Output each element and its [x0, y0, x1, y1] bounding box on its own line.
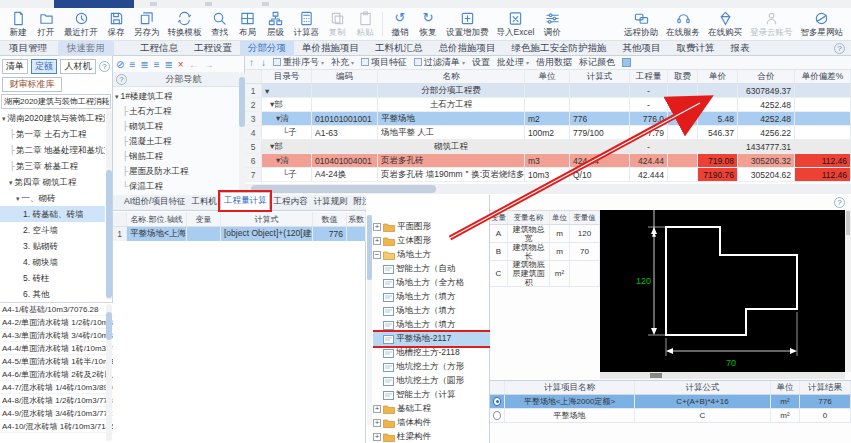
component-folder[interactable]: 基础工程 — [373, 402, 490, 416]
adjust-price-button[interactable]: 调价 — [538, 8, 566, 41]
mode-button-dinge[interactable]: 定额 — [31, 59, 57, 74]
fee-settings-button[interactable]: 设置增加费 — [442, 8, 493, 41]
expand-icon[interactable] — [373, 419, 381, 427]
cell-variable-value[interactable]: 120 — [570, 225, 600, 242]
convert-template-button[interactable]: 转换模板 — [164, 8, 206, 41]
tree-item-chapter3[interactable]: 第三章 桩基工程 — [0, 158, 105, 174]
component-folder[interactable]: 柱梁构件 — [373, 430, 490, 443]
component-item[interactable]: 智能土方（计算 — [373, 388, 490, 402]
cell-variable-value[interactable] — [570, 261, 600, 286]
component-item[interactable]: 地坑挖土方（圆形 — [373, 374, 490, 388]
mode-button-rencaiji[interactable]: 人材机 — [60, 59, 96, 74]
component-item-selected[interactable]: 平整场地-2117 — [373, 332, 490, 346]
feature-button[interactable]: 项目特征 — [361, 56, 407, 69]
scrollbar-thumb[interactable] — [251, 185, 436, 193]
tab-green-safety[interactable]: 绿色施工安全防护措施 — [504, 41, 615, 56]
horizontal-scrollbar[interactable] — [245, 184, 851, 194]
tab-labor-material[interactable]: 工料机 — [188, 194, 220, 210]
scrollbar[interactable] — [600, 372, 845, 379]
variable-row[interactable]: C 建筑物底层建筑面积 m² — [490, 261, 600, 287]
expand-icon[interactable] — [373, 433, 381, 441]
scrollbar-thumb[interactable] — [106, 170, 112, 298]
table-row[interactable]: 5 ▾部 砌筑工程 - 1434777.31 — [245, 140, 851, 154]
back-arrow-icon[interactable]: ← — [189, 59, 199, 70]
list-icon[interactable]: ≡ — [129, 59, 135, 70]
column-header[interactable]: 变量 — [187, 212, 221, 226]
standard-dropdown[interactable]: 湖南2020建筑与装饰工程消耗量标准▾ — [1, 94, 111, 109]
tree-item-section[interactable]: 一、砌砖 — [0, 190, 105, 206]
column-header[interactable]: 合价 — [738, 70, 795, 83]
component-item[interactable]: 地槽挖土方-2118 — [373, 346, 490, 360]
radio-selected-icon[interactable] — [493, 397, 501, 406]
tab-calc-rules[interactable]: 计算规则 — [310, 194, 350, 210]
table-row[interactable]: 2 ▾部 土石方工程 - 4252.48 — [245, 98, 851, 112]
tab-project-settings[interactable]: 工程设置 — [186, 41, 240, 56]
nav-tree-item[interactable]: 砌筑工程 — [113, 119, 239, 134]
redo-button[interactable]: ↻恢复 — [414, 8, 442, 41]
forward-arrow-icon[interactable]: → — [204, 59, 214, 70]
column-header[interactable]: 目录号 — [262, 70, 312, 83]
help-icon[interactable]: ? — [116, 74, 127, 85]
website-button[interactable]: 智多星网站 — [797, 8, 848, 41]
quota-list-item[interactable]: A4-3/单面清水砖墙 3/4砖/10m3/8046 — [0, 329, 113, 342]
component-item[interactable]: 场地土方（全方格 — [373, 276, 490, 290]
list-expand-icon[interactable]: ≣ — [140, 59, 148, 70]
table-row[interactable]: 1 ▾ 分部分项工程费 - 6307849.37 — [245, 84, 851, 98]
list-collapse-icon[interactable]: ≡ — [154, 59, 160, 70]
component-item[interactable]: 场地土方（填方 — [373, 290, 490, 304]
undo-button[interactable]: ↺撤销 — [386, 8, 414, 41]
column-header[interactable]: 名称.部位.轴线 — [127, 212, 187, 226]
close-icon[interactable]: × — [178, 59, 184, 70]
tab-quick-apply[interactable]: 快速套用 — [58, 41, 114, 56]
column-header[interactable]: 单价 — [698, 70, 738, 83]
tab-project-info[interactable]: 工程信息 — [132, 41, 186, 56]
component-folder[interactable]: 平面图形 — [373, 220, 490, 234]
save-button[interactable]: 保存 — [102, 8, 130, 41]
tree-item[interactable]: 2. 空斗墙 — [0, 222, 105, 238]
help-icon[interactable]: ? — [99, 61, 110, 72]
import-excel-button[interactable]: 导入Excel — [493, 8, 539, 41]
nav-tree-item[interactable]: 混凝土工程 — [113, 134, 239, 149]
component-item[interactable]: 智能土方（自动 — [373, 262, 490, 276]
quota-list-item[interactable]: A4-6/单面清水砖墙 2砖及2砖以上/10 — [0, 368, 113, 381]
expand-icon[interactable] — [373, 223, 381, 231]
online-service-button[interactable]: 在线服务 — [662, 8, 704, 41]
tree-item-chapter4[interactable]: 第四章 砌筑工程 — [0, 174, 105, 190]
scrollbar-thumb[interactable] — [106, 312, 112, 340]
column-header[interactable]: 计算式 — [221, 212, 313, 226]
cell-variable-value[interactable]: 70 — [570, 243, 600, 260]
remote-assist-button[interactable]: 远程协助 — [620, 8, 662, 41]
table-row-selected[interactable]: 3 ▾清 010101001001 平整场地 m2 776 776.0 5.48… — [245, 112, 851, 126]
tree-item[interactable]: 6. 其他 — [0, 286, 105, 300]
component-item[interactable]: 场地土方（填方 — [373, 304, 490, 318]
scrollbar[interactable] — [106, 304, 112, 441]
tree-item-root[interactable]: 湖南2020建筑与装饰工程消耗量标准 — [0, 110, 105, 126]
settings-button[interactable]: 设置 — [472, 56, 490, 69]
component-folder[interactable]: 墙体构件 — [373, 416, 490, 430]
recent-open-button[interactable]: 最近打开 — [60, 8, 102, 41]
tree-item-brick-foundation[interactable]: 1. 砖基础、砖墙 — [0, 206, 105, 222]
open-button[interactable]: 打开 — [32, 8, 60, 41]
help-icon[interactable]: ? — [834, 197, 845, 208]
tree-item-chapter1[interactable]: 第一章 土石方工程 — [0, 126, 105, 142]
move-down-button[interactable]: ↓ — [261, 57, 266, 68]
batch-button[interactable]: 批处理 — [497, 56, 529, 69]
quota-list-item[interactable]: A4-9/混水砖墙 3/4砖/10m3/7721.18 — [0, 407, 113, 420]
save-as-button[interactable]: 另存为 — [130, 8, 164, 41]
result-row[interactable]: 平整场地 C m² 0 — [490, 409, 851, 423]
nav-tree-item[interactable]: 屋面及防水工程 — [113, 164, 239, 179]
scrollbar[interactable] — [106, 110, 112, 300]
expand-icon[interactable] — [373, 237, 381, 245]
mode-button-qingdan[interactable]: 清单 — [2, 59, 28, 74]
audit-library-button[interactable]: 财审标准库 — [2, 77, 62, 92]
layout-button[interactable]: 布局 — [234, 8, 262, 41]
tree-item[interactable]: 4. 砌块墙 — [0, 254, 105, 270]
result-row-selected[interactable]: 平整场地<上海2000定额> C+(A+B)*4+16 m² 776 — [490, 395, 851, 409]
component-folder-open[interactable]: 场地土方 — [373, 248, 490, 262]
quota-list-item[interactable]: A4-4/单面清水砖墙 1砖/10m3/7653.2 — [0, 342, 113, 355]
shape-preview-canvas[interactable]: 120 70 — [600, 210, 845, 372]
table-row[interactable]: 4 └子 A1-63 场地平整 人工 100m2 779/100 7.79 54… — [245, 126, 851, 140]
component-item[interactable]: 地坑挖土方（方形 — [373, 360, 490, 374]
quota-list-item[interactable]: A4-2/单面清水砖墙 1/2砖/10m3/8066 — [0, 316, 113, 329]
search-button[interactable]: 查找 — [206, 8, 234, 41]
